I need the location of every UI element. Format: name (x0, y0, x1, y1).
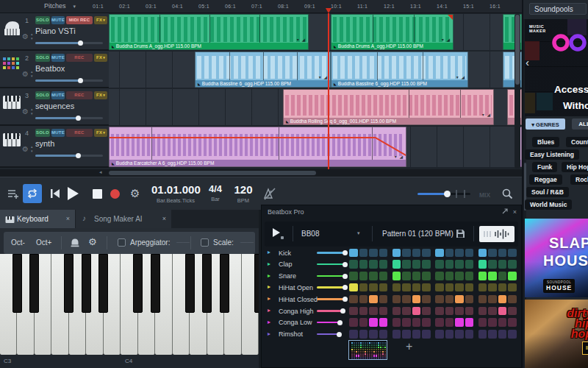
step-cell[interactable] (498, 283, 507, 292)
step-cell[interactable] (392, 283, 401, 292)
step-cell[interactable] (488, 249, 497, 258)
chevron-down-icon[interactable]: ▾ (442, 230, 445, 236)
octave-up-button[interactable]: Oct+ (36, 238, 51, 247)
step-cell[interactable] (498, 260, 507, 269)
step-cell[interactable] (435, 272, 444, 280)
mute-button[interactable]: MUTE (51, 129, 65, 137)
step-cell[interactable] (369, 283, 378, 292)
piano-key-black[interactable] (151, 254, 160, 313)
search-zoom-icon[interactable] (501, 188, 513, 202)
soundpool-tile-dirty-hip-hop[interactable]: dirty hip hop II (525, 300, 588, 368)
arrangement-marker-icon[interactable] (7, 188, 19, 202)
clip-menu-icons[interactable]: ▾ ◢ (456, 74, 465, 79)
step-cell[interactable] (379, 283, 388, 292)
step-cell[interactable] (465, 272, 474, 280)
row-play-icon[interactable]: ▸ (268, 330, 270, 337)
step-cell[interactable] (369, 260, 378, 269)
metronome-off-icon[interactable] (263, 188, 276, 203)
step-cell[interactable] (392, 295, 401, 304)
audio-clip[interactable]: ◣Buddha Earcatcher A 6_ogg.HDP 115.00 BP… (109, 127, 406, 167)
track-settings-gear-icon[interactable]: ⚙ (22, 145, 29, 153)
slider-knob[interactable] (76, 116, 81, 121)
step-cell[interactable] (369, 330, 378, 339)
step-cell[interactable] (465, 330, 474, 339)
piano-key-black[interactable] (254, 254, 259, 313)
step-cell[interactable] (349, 295, 358, 304)
step-cell[interactable] (402, 318, 411, 327)
row-level-slider[interactable] (317, 275, 345, 277)
step-cell[interactable] (422, 330, 431, 339)
step-cell[interactable] (422, 295, 431, 304)
track-volume-slider[interactable] (35, 42, 103, 44)
piano-key-black[interactable] (64, 254, 74, 313)
all-filter-button[interactable]: ALL (572, 118, 588, 130)
step-cell[interactable] (455, 295, 464, 304)
record-arm-button[interactable]: REC (66, 129, 93, 137)
row-level-slider[interactable] (317, 263, 345, 266)
step-cell[interactable] (412, 318, 421, 327)
track-settings-gear-icon[interactable]: ⚙ (22, 32, 29, 40)
row-level-knob[interactable] (340, 308, 345, 314)
step-cell[interactable] (435, 330, 444, 339)
step-cell[interactable] (488, 330, 497, 339)
record-arm-button[interactable]: REC (66, 91, 93, 99)
step-cell[interactable] (412, 307, 421, 316)
drag-to-arranger-button[interactable] (479, 226, 514, 242)
clip-menu-icons[interactable]: ▾ ◢ (442, 37, 451, 42)
step-cell[interactable] (422, 307, 431, 316)
step-cell[interactable] (369, 249, 378, 258)
step-cell[interactable] (445, 330, 454, 339)
step-cell[interactable] (392, 272, 401, 280)
kit-selector[interactable]: BB08 (301, 230, 319, 238)
fx-button[interactable]: FX▾ (94, 129, 107, 137)
step-cell[interactable] (488, 272, 497, 280)
soundpools-promo-banner[interactable]: MUSICMAKER ‹ Access All Without (525, 19, 588, 116)
step-cell[interactable] (435, 295, 444, 304)
genre-chip-reggae[interactable]: Reggae (529, 174, 562, 185)
step-cell[interactable] (498, 318, 507, 327)
step-cell[interactable] (488, 318, 497, 327)
close-icon[interactable]: × (513, 208, 517, 216)
step-cell[interactable] (445, 295, 454, 304)
audio-clip[interactable]: ◣Buddha Drums A_ogg.HDP 115.00 BPM▾ ◢ (109, 14, 309, 50)
add-pattern-button[interactable]: + (406, 340, 412, 353)
gear-icon[interactable]: ⚙ (88, 236, 97, 247)
row-level-slider[interactable] (317, 298, 345, 300)
step-cell[interactable] (379, 330, 388, 339)
step-cell[interactable] (435, 307, 444, 316)
tab-keyboard[interactable]: Keyboard × (0, 210, 75, 228)
arranger-hscroll-handle[interactable] (109, 171, 316, 175)
slider-knob[interactable] (76, 153, 81, 158)
step-cell[interactable] (392, 249, 401, 258)
octave-down-button[interactable]: Oct- (11, 238, 25, 247)
track-header[interactable]: 4SOLOMUTERECFX▾synth⚙▴▾ (0, 126, 109, 168)
step-cell[interactable] (412, 283, 421, 292)
row-level-knob[interactable] (343, 285, 348, 290)
solo-button[interactable]: SOLO (35, 54, 50, 62)
step-cell[interactable] (445, 307, 454, 316)
piano-key-black[interactable] (133, 254, 143, 313)
pattern-thumbnail[interactable] (348, 340, 387, 360)
fx-button[interactable]: FX▾ (94, 54, 107, 62)
row-level-slider[interactable] (317, 333, 339, 336)
mute-button[interactable]: MUTE (51, 16, 65, 24)
mute-button[interactable]: MUTE (51, 91, 65, 99)
row-level-knob[interactable] (343, 297, 348, 302)
audio-clip[interactable]: ◣Buddha Bassline 6_ogg.HDP 115.00 BPM▾ ◢ (331, 52, 468, 88)
row-level-knob[interactable] (337, 332, 342, 337)
step-cell[interactable] (508, 272, 517, 280)
row-level-knob[interactable] (343, 250, 348, 255)
row-play-icon[interactable]: ▸ (268, 272, 270, 279)
step-cell[interactable] (435, 318, 444, 327)
skip-back-button[interactable] (50, 188, 60, 202)
step-cell[interactable] (478, 283, 487, 292)
step-cell[interactable] (402, 249, 411, 258)
step-cell[interactable] (379, 318, 388, 327)
genre-chip-hip-hop[interactable]: Hip Hop (562, 162, 588, 172)
pitches-dropdown[interactable]: Pitches▾ (44, 2, 76, 10)
step-cell[interactable] (478, 249, 487, 258)
step-cell[interactable] (508, 295, 517, 304)
step-cell[interactable] (402, 283, 411, 292)
soundpools-header[interactable]: Soundpools (529, 3, 587, 15)
row-play-icon[interactable]: ▸ (268, 249, 270, 255)
